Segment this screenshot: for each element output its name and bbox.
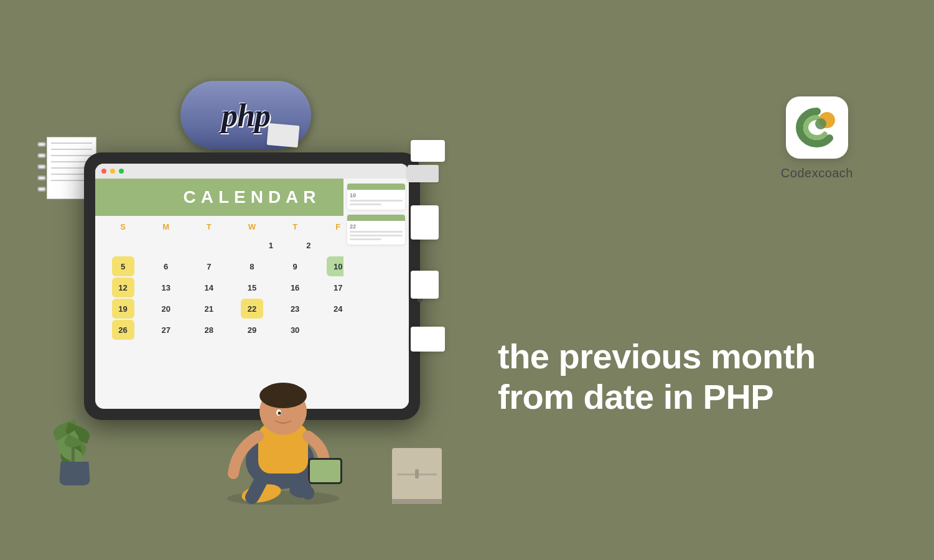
cal-cell-21: 21 xyxy=(198,299,220,319)
right-section: Codexcoach the previous month from date … xyxy=(467,0,934,560)
svg-point-7 xyxy=(278,412,281,415)
cal-cell-7: 7 xyxy=(198,256,220,276)
cal-cell-6: 6 xyxy=(155,256,177,276)
codexcoach-logo-container: Codexcoach xyxy=(781,96,853,180)
day-label-t1: T xyxy=(198,222,220,231)
svg-point-5 xyxy=(264,383,302,400)
cal-cell-empty xyxy=(147,235,169,255)
codexcoach-icon xyxy=(786,96,848,159)
mini-card-header-2 xyxy=(347,215,405,221)
furniture-dresser xyxy=(392,448,442,504)
main-heading: the previous month from date in PHP xyxy=(498,337,884,417)
mini-card-line xyxy=(350,235,403,236)
mini-card-line xyxy=(350,200,403,202)
day-label-m: M xyxy=(155,222,177,231)
heading-line1: the previous month xyxy=(498,337,884,376)
cal-cell-27: 27 xyxy=(155,320,177,340)
floating-card-top-right xyxy=(408,165,439,182)
cal-cell-5: 5 xyxy=(112,256,134,276)
cal-cell-8: 8 xyxy=(241,256,263,276)
cal-cell-26: 26 xyxy=(112,320,134,340)
floating-card-top xyxy=(411,140,445,162)
day-label-s1: S xyxy=(112,222,134,231)
floating-card-mid2 xyxy=(411,271,439,299)
floating-card-bottom xyxy=(411,327,445,352)
cal-cell-empty xyxy=(222,235,245,255)
cal-cell-empty xyxy=(109,235,131,255)
person-illustration xyxy=(205,343,361,507)
day-label-w: W xyxy=(241,222,263,231)
left-section: php xyxy=(0,0,467,560)
svg-point-13 xyxy=(815,118,826,129)
dot-green xyxy=(119,169,124,174)
tablet-topbar xyxy=(95,164,409,179)
floating-card-mid xyxy=(411,205,439,240)
cal-cell-15: 15 xyxy=(241,278,263,297)
cal-cell-19: 19 xyxy=(112,299,134,319)
cal-cell-2: 2 xyxy=(297,235,320,255)
day-label-t2: T xyxy=(284,222,306,231)
codexcoach-label: Codexcoach xyxy=(781,166,853,180)
mini-card-1: 10 xyxy=(347,184,405,210)
mini-card-num-1: 10 xyxy=(350,192,403,198)
cal-cell-9: 9 xyxy=(284,256,306,276)
floating-note-top xyxy=(267,123,300,147)
cal-cell-16: 16 xyxy=(284,278,306,297)
mini-card-2: 22 xyxy=(347,215,405,245)
mini-card-line xyxy=(350,231,403,233)
mini-card-line-short xyxy=(350,203,381,205)
cal-cell-20: 20 xyxy=(155,299,177,319)
svg-rect-9 xyxy=(310,460,340,482)
cal-cell-12: 12 xyxy=(112,278,134,297)
cal-cell-28: 28 xyxy=(198,320,220,340)
heading-line2: from date in PHP xyxy=(498,377,884,417)
dot-red xyxy=(101,169,106,174)
dot-yellow xyxy=(110,169,115,174)
cal-cell-13: 13 xyxy=(155,278,177,297)
cal-cell-14: 14 xyxy=(198,278,220,297)
mini-card-num-2: 22 xyxy=(350,223,403,230)
cal-cell-30: 30 xyxy=(284,320,306,340)
cal-cell-1: 1 xyxy=(259,235,282,255)
mini-card-line-short xyxy=(350,238,381,240)
cal-cell-29: 29 xyxy=(241,320,263,340)
mini-card-header-1 xyxy=(347,184,405,190)
cal-cell-empty xyxy=(184,235,207,255)
plant-decoration xyxy=(47,411,103,485)
cal-cell-22: 22 xyxy=(241,299,263,319)
php-logo-text: php xyxy=(222,97,270,134)
cal-cell-23: 23 xyxy=(284,299,306,319)
